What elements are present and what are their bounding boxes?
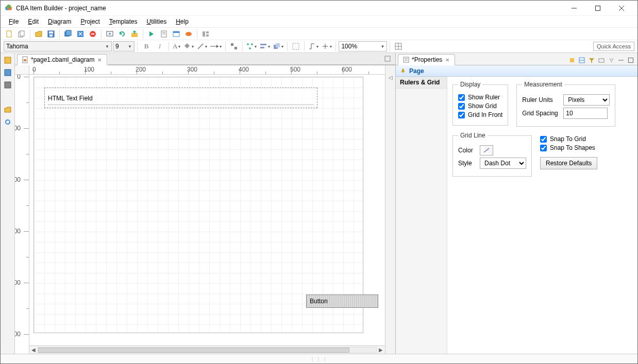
copy-icon[interactable]: [16, 28, 27, 40]
svg-rect-50: [385, 56, 390, 61]
show-grid-checkbox[interactable]: [458, 103, 465, 110]
prop-tool-menu-icon[interactable]: ▽: [607, 56, 616, 65]
layout-icon[interactable]: [200, 28, 211, 40]
scroll-left-icon[interactable]: ◀: [29, 347, 38, 353]
svg-rect-30: [206, 34, 209, 37]
line-color-button[interactable]: ▾: [196, 41, 208, 51]
navigator-view-icon[interactable]: [3, 67, 13, 78]
page-canvas[interactable]: HTML Text Field Button: [33, 77, 363, 333]
scroll-right-icon[interactable]: ▶: [377, 347, 385, 353]
minimize-button[interactable]: [562, 1, 586, 16]
panel-icon[interactable]: [171, 28, 182, 40]
show-ruler-checkbox[interactable]: [458, 94, 465, 101]
select-tool-icon[interactable]: [228, 41, 240, 52]
menu-utilities[interactable]: Utilities: [142, 17, 171, 26]
snap-to-grid-checkbox[interactable]: [540, 136, 547, 143]
router-button[interactable]: ▾: [321, 41, 333, 51]
toolbar-main: ✕: [1, 27, 637, 40]
run-icon[interactable]: [146, 28, 157, 40]
sync-view-icon[interactable]: [3, 117, 13, 127]
font-color-button[interactable]: A▾: [172, 41, 181, 51]
fill-color-button[interactable]: ▾: [182, 41, 195, 51]
align-button[interactable]: ▾: [259, 41, 271, 51]
prop-tool-pin-icon[interactable]: [567, 56, 577, 65]
svg-rect-28: [203, 31, 205, 37]
arrow-style-button[interactable]: ▾: [209, 41, 223, 51]
restore-defaults-button[interactable]: Restore Defaults: [540, 157, 597, 169]
editor-tab-strip: *page1.cbaml_diagram ✕: [15, 53, 395, 65]
html-text-field-label: HTML Text Field: [48, 95, 93, 102]
tab-menu-icon[interactable]: [383, 54, 392, 63]
collapse-palette-icon[interactable]: ◁: [389, 75, 393, 80]
ruler-units-select[interactable]: Pixels: [563, 94, 610, 106]
titlebar: CBA Item Builder - project_name: [1, 1, 637, 16]
connector-button[interactable]: ▾: [307, 41, 320, 51]
svg-rect-46: [5, 70, 11, 76]
folder-view-icon[interactable]: [3, 105, 13, 115]
category-rulers-grid[interactable]: Rulers & Grid: [396, 77, 447, 89]
font-select[interactable]: Tahoma▼: [4, 41, 112, 51]
order-button[interactable]: ▾: [272, 41, 284, 51]
resize-grip-icon[interactable]: ⋮⋮⋮: [310, 356, 328, 362]
group-icon[interactable]: [290, 41, 301, 52]
italic-button[interactable]: I: [154, 41, 166, 51]
prop-tool-categories-icon[interactable]: [577, 56, 586, 65]
gridline-color-swatch[interactable]: [480, 145, 493, 155]
zoom-select[interactable]: 100%▼: [339, 41, 387, 51]
save-all-icon[interactable]: [62, 28, 74, 40]
grid-in-front-checkbox[interactable]: [458, 112, 465, 118]
scrollbar-thumb[interactable]: [38, 348, 349, 353]
horizontal-scrollbar[interactable]: ◀ ▶: [29, 345, 385, 354]
snap-to-shapes-checkbox[interactable]: [540, 145, 547, 151]
svg-text:✕: ✕: [78, 30, 83, 38]
maximize-button[interactable]: [586, 1, 610, 16]
svg-rect-54: [570, 58, 574, 62]
menu-edit[interactable]: Edit: [24, 17, 43, 26]
bold-button[interactable]: B: [140, 41, 153, 51]
grid-spacing-input[interactable]: [563, 108, 608, 119]
prop-tool-filter-icon[interactable]: [587, 56, 596, 65]
export-icon[interactable]: [129, 28, 140, 40]
preview-icon[interactable]: [104, 28, 115, 40]
menu-diagram[interactable]: Diagram: [44, 17, 75, 26]
delete-icon[interactable]: [87, 28, 98, 40]
canvas-viewport[interactable]: HTML Text Field Button: [29, 75, 385, 345]
toolbar-format: Tahoma▼ 9▼ B I A▾ ▾ ▾ ▾ ▾ ▾ ▾ ▾ ▾ 100%▼ …: [1, 40, 637, 53]
button-element[interactable]: Button: [306, 294, 378, 308]
editor-body: 0100200300400500 0100200300400500600 HTM…: [15, 65, 395, 354]
svg-rect-37: [260, 44, 266, 45]
new-icon[interactable]: [4, 28, 15, 40]
svg-point-27: [186, 32, 192, 36]
vertical-ruler: 0100200300400500: [15, 75, 29, 354]
editor-tab[interactable]: *page1.cbaml_diagram ✕: [17, 54, 107, 65]
prop-tool-minimize-icon[interactable]: [616, 56, 626, 65]
shape-ellipse-icon[interactable]: [183, 28, 194, 40]
properties-tab[interactable]: *Properties ✕: [398, 54, 455, 65]
quick-access-button[interactable]: Quick Access: [593, 42, 634, 51]
grid-toggle-icon[interactable]: [393, 41, 404, 52]
menu-project[interactable]: Project: [76, 17, 104, 26]
close-project-icon[interactable]: ✕: [75, 28, 86, 40]
menu-help[interactable]: Help: [172, 17, 193, 26]
properties-tab-close-icon[interactable]: ✕: [444, 57, 450, 63]
prop-tool-restore-icon[interactable]: [597, 56, 606, 65]
menu-file[interactable]: File: [5, 17, 23, 26]
close-button[interactable]: [610, 1, 633, 16]
palette-view-icon[interactable]: [3, 80, 13, 90]
display-legend: Display: [458, 81, 482, 88]
svg-point-36: [249, 47, 251, 49]
font-size-select[interactable]: 9▼: [113, 41, 135, 51]
menu-templates[interactable]: Templates: [105, 17, 142, 26]
refresh-icon[interactable]: [116, 28, 128, 40]
distribute-button[interactable]: ▾: [245, 41, 258, 51]
html-text-field-element[interactable]: HTML Text Field: [44, 88, 317, 108]
prop-tool-maximize-icon[interactable]: [626, 56, 635, 65]
open-icon[interactable]: [33, 28, 44, 40]
save-icon[interactable]: [45, 28, 57, 40]
page-icon[interactable]: [158, 28, 170, 40]
outline-view-icon[interactable]: [3, 55, 13, 65]
tab-close-icon[interactable]: ✕: [96, 57, 103, 63]
main-area: *page1.cbaml_diagram ✕ 0100200300400500 …: [1, 53, 637, 354]
svg-rect-29: [206, 31, 209, 33]
gridline-style-select[interactable]: Dash Dot: [480, 158, 526, 169]
